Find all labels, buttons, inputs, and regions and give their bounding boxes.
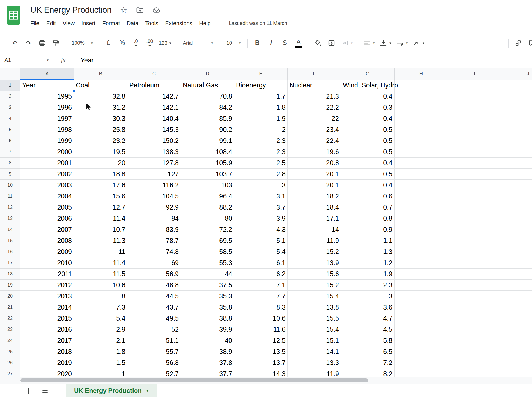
cell-I25[interactable] bbox=[448, 346, 501, 357]
cell-D2[interactable]: 70.8 bbox=[181, 91, 234, 102]
cell-G6[interactable]: 0.5 bbox=[341, 135, 395, 146]
insert-comment-button[interactable] bbox=[525, 36, 532, 50]
cell-G26[interactable]: 7.2 bbox=[341, 357, 395, 368]
row-header-8[interactable]: 8 bbox=[0, 158, 20, 169]
merge-cells-button[interactable]: ▾ bbox=[338, 36, 355, 50]
cell-C1[interactable]: Petroleum bbox=[127, 80, 181, 91]
cell-H5[interactable] bbox=[395, 124, 448, 135]
row-header-12[interactable]: 12 bbox=[0, 202, 20, 213]
cell-F11[interactable]: 18.2 bbox=[288, 191, 341, 202]
cell-E21[interactable]: 8.3 bbox=[234, 302, 288, 313]
sheet-tab[interactable]: UK Energy Production ▾ bbox=[66, 384, 157, 397]
text-color-button[interactable]: A bbox=[292, 36, 305, 50]
cell-H13[interactable] bbox=[395, 213, 448, 224]
cloud-saved-icon[interactable] bbox=[152, 6, 161, 14]
text-rotation-button[interactable]: ▾ bbox=[410, 36, 427, 50]
cell-I18[interactable] bbox=[448, 269, 501, 280]
cell-E3[interactable]: 1.8 bbox=[234, 102, 288, 113]
cell-A19[interactable]: 2012 bbox=[20, 280, 74, 291]
text-wrap-button[interactable]: ▾ bbox=[394, 36, 410, 50]
cell-A7[interactable]: 2000 bbox=[20, 146, 74, 158]
cell-B16[interactable]: 11 bbox=[74, 246, 127, 257]
column-header-I[interactable]: I bbox=[448, 68, 501, 80]
cell-C2[interactable]: 142.7 bbox=[127, 91, 181, 102]
cell-H25[interactable] bbox=[395, 346, 448, 357]
menu-help[interactable]: Help bbox=[196, 18, 214, 29]
cell-D18[interactable]: 44 bbox=[181, 269, 234, 280]
row-header-7[interactable]: 7 bbox=[0, 146, 20, 158]
cell-A2[interactable]: 1995 bbox=[20, 91, 74, 102]
cell-B27[interactable]: 1 bbox=[74, 368, 127, 377]
cell-J10[interactable] bbox=[501, 180, 532, 191]
cell-B6[interactable]: 23.2 bbox=[74, 135, 127, 146]
cell-A10[interactable]: 2003 bbox=[20, 180, 74, 191]
cell-A20[interactable]: 2013 bbox=[20, 291, 74, 302]
cell-F7[interactable]: 19.6 bbox=[288, 146, 341, 158]
cell-B20[interactable]: 8 bbox=[74, 291, 127, 302]
cell-H17[interactable] bbox=[395, 257, 448, 269]
cell-B18[interactable]: 11.5 bbox=[74, 269, 127, 280]
cell-B25[interactable]: 1.8 bbox=[74, 346, 127, 357]
column-header-C[interactable]: C bbox=[127, 68, 181, 80]
row-header-16[interactable]: 16 bbox=[0, 246, 20, 257]
cell-I20[interactable] bbox=[448, 291, 501, 302]
star-icon[interactable]: ☆ bbox=[120, 6, 127, 14]
insert-link-button[interactable] bbox=[511, 36, 525, 50]
cell-C19[interactable]: 48.8 bbox=[127, 280, 181, 291]
menu-tools[interactable]: Tools bbox=[142, 18, 162, 29]
cell-J7[interactable] bbox=[501, 146, 532, 158]
menu-format[interactable]: Format bbox=[99, 18, 123, 29]
cell-F3[interactable]: 22.2 bbox=[288, 102, 341, 113]
cell-A15[interactable]: 2008 bbox=[20, 235, 74, 246]
format-percent-button[interactable]: % bbox=[115, 36, 129, 50]
menu-view[interactable]: View bbox=[59, 18, 78, 29]
cell-G8[interactable]: 0.4 bbox=[341, 158, 395, 169]
menu-insert[interactable]: Insert bbox=[78, 18, 99, 29]
cell-D3[interactable]: 84.2 bbox=[181, 102, 234, 113]
cell-F1[interactable]: Nuclear bbox=[288, 80, 341, 91]
cell-F20[interactable]: 15.4 bbox=[288, 291, 341, 302]
cell-I12[interactable] bbox=[448, 202, 501, 213]
cell-E11[interactable]: 3.1 bbox=[234, 191, 288, 202]
cell-E16[interactable]: 5.4 bbox=[234, 246, 288, 257]
row-header-4[interactable]: 4 bbox=[0, 113, 20, 124]
cell-E19[interactable]: 7.1 bbox=[234, 280, 288, 291]
row-header-22[interactable]: 22 bbox=[0, 313, 20, 324]
cell-I13[interactable] bbox=[448, 213, 501, 224]
cell-J27[interactable] bbox=[501, 368, 532, 377]
cell-J3[interactable] bbox=[501, 102, 532, 113]
formula-input[interactable]: Year bbox=[81, 57, 94, 64]
cell-G25[interactable]: 6.5 bbox=[341, 346, 395, 357]
cell-A13[interactable]: 2006 bbox=[20, 213, 74, 224]
cell-B4[interactable]: 30.3 bbox=[74, 113, 127, 124]
cell-C14[interactable]: 83.9 bbox=[127, 224, 181, 235]
all-sheets-button[interactable] bbox=[39, 384, 51, 397]
cell-D8[interactable]: 105.9 bbox=[181, 158, 234, 169]
cell-B5[interactable]: 25.8 bbox=[74, 124, 127, 135]
cell-D6[interactable]: 99.1 bbox=[181, 135, 234, 146]
cell-F6[interactable]: 22.4 bbox=[288, 135, 341, 146]
cell-C3[interactable]: 142.1 bbox=[127, 102, 181, 113]
column-header-E[interactable]: E bbox=[234, 68, 288, 80]
cell-F23[interactable]: 15.4 bbox=[288, 324, 341, 335]
cell-H2[interactable] bbox=[395, 91, 448, 102]
cell-G12[interactable]: 0.7 bbox=[341, 202, 395, 213]
cell-J18[interactable] bbox=[501, 269, 532, 280]
cell-B17[interactable]: 11.4 bbox=[74, 257, 127, 269]
cell-J22[interactable] bbox=[501, 313, 532, 324]
column-header-D[interactable]: D bbox=[181, 68, 234, 80]
cell-E15[interactable]: 5.1 bbox=[234, 235, 288, 246]
cell-D11[interactable]: 96.4 bbox=[181, 191, 234, 202]
cell-H24[interactable] bbox=[395, 335, 448, 346]
row-header-27[interactable]: 27 bbox=[0, 368, 20, 377]
row-header-3[interactable]: 3 bbox=[0, 102, 20, 113]
cell-H20[interactable] bbox=[395, 291, 448, 302]
cell-A16[interactable]: 2009 bbox=[20, 246, 74, 257]
cell-F14[interactable]: 14 bbox=[288, 224, 341, 235]
cell-E10[interactable]: 3 bbox=[234, 180, 288, 191]
cell-G7[interactable]: 0.5 bbox=[341, 146, 395, 158]
cell-E13[interactable]: 3.9 bbox=[234, 213, 288, 224]
cell-G10[interactable]: 0.4 bbox=[341, 180, 395, 191]
cell-G13[interactable]: 0.8 bbox=[341, 213, 395, 224]
menu-extensions[interactable]: Extensions bbox=[162, 18, 196, 29]
